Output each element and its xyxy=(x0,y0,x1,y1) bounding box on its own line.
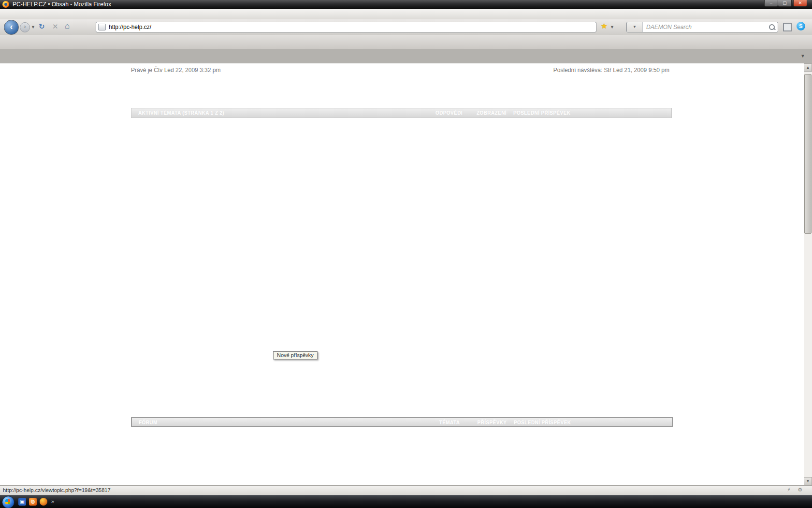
star-dropdown-icon[interactable]: ▼ xyxy=(610,25,614,30)
forums-table-header: FÓRUM TÉMATA PŘÍSPĚVKY POSLEDNÍ PŘÍSPĚVE… xyxy=(132,418,672,426)
browser-content: Právě je Čtv Led 22, 2009 3:32 pm Posled… xyxy=(0,63,804,485)
quicklaunch-browser-icon[interactable]: ◍ xyxy=(29,498,37,506)
quicklaunch-overflow-chevron[interactable]: » xyxy=(51,498,54,504)
scroll-up-icon[interactable]: ▲ xyxy=(804,63,812,72)
new-posts-tooltip: Nové příspěvky xyxy=(273,351,318,359)
url-text[interactable]: http://pc-help.cz/ xyxy=(109,24,151,30)
views-column-header: ZOBRAZENÍ xyxy=(471,110,512,116)
status-bar: http://pc-help.cz/viewtopic.php?f=19&t=3… xyxy=(0,485,812,495)
page-favicon-icon xyxy=(98,24,106,30)
close-button[interactable]: ✕ xyxy=(793,0,807,7)
url-bar[interactable]: http://pc-help.cz/ xyxy=(96,22,596,32)
topics-header-title: AKTIVNÍ TÉMATA (STRÁNKA 1 Z 2) xyxy=(138,110,224,116)
menu-bar xyxy=(0,9,812,20)
firefox-icon xyxy=(2,1,9,8)
quicklaunch-firefox-icon[interactable] xyxy=(40,498,47,506)
show-desktop-icon[interactable]: ▣ xyxy=(18,498,26,506)
window-title: PC-HELP.CZ • Obsah - Mozilla Firefox xyxy=(13,1,111,8)
forums-header-title: FÓRUM xyxy=(139,420,158,425)
bookmarks-toolbar xyxy=(0,35,812,49)
statusbar-script-icon[interactable]: ⚡ xyxy=(787,487,791,493)
navigation-toolbar: ‹ › ▼ ↻ ✕ ⌂ http://pc-help.cz/ ★ ▼ ▼ DAE… xyxy=(0,19,812,35)
minimize-button[interactable]: ‒ xyxy=(764,0,778,7)
history-dropdown-icon[interactable]: ▼ xyxy=(31,25,35,30)
scrollbar-thumb[interactable] xyxy=(804,74,812,234)
home-button[interactable]: ⌂ xyxy=(65,21,70,31)
search-icon[interactable] xyxy=(769,24,775,30)
replies-column-header: ODPOVĚDI xyxy=(427,110,471,116)
bookmark-star-icon[interactable]: ★ xyxy=(601,22,607,30)
forum-topics-column-header: TÉMATA xyxy=(428,420,471,425)
forum-lastpost-column-header: POSLEDNÍ PŘÍSPĚVEK xyxy=(514,420,610,425)
status-link-url: http://pc-help.cz/viewtopic.php?f=19&t=3… xyxy=(3,487,111,493)
topics-table-header: AKTIVNÍ TÉMATA (STRÁNKA 1 Z 2) ODPOVĚDI … xyxy=(131,108,671,118)
active-topics-table: AKTIVNÍ TÉMATA (STRÁNKA 1 Z 2) ODPOVĚDI … xyxy=(131,108,672,118)
windows-icon[interactable] xyxy=(783,23,792,31)
maximize-button[interactable]: ▢ xyxy=(778,0,792,7)
back-button[interactable]: ‹ xyxy=(4,20,19,35)
forums-table: FÓRUM TÉMATA PŘÍSPĚVKY POSLEDNÍ PŘÍSPĚVE… xyxy=(131,417,673,427)
last-visit-text: Poslední návštěva: Stř Led 21, 2009 9:50… xyxy=(553,67,669,74)
forward-button[interactable]: › xyxy=(20,22,30,32)
skype-icon[interactable]: S xyxy=(797,22,805,30)
start-button[interactable] xyxy=(2,496,14,508)
current-time-text: Právě je Čtv Led 22, 2009 3:32 pm xyxy=(131,67,220,74)
forum-posts-column-header: PŘÍSPĚVKY xyxy=(471,420,513,425)
lastpost-column-header: POSLEDNÍ PŘÍSPĚVEK xyxy=(513,110,610,116)
title-bar: PC-HELP.CZ • Obsah - Mozilla Firefox ‒ ▢… xyxy=(0,0,812,9)
search-engine-dropdown[interactable]: ▼ xyxy=(627,22,643,32)
vertical-scrollbar[interactable]: ▲ ▼ xyxy=(804,63,812,485)
statusbar-addon-icon[interactable]: ⚙ xyxy=(798,487,802,493)
scroll-down-icon[interactable]: ▼ xyxy=(804,477,812,485)
tab-bar: ▼ xyxy=(0,49,812,63)
tab-list-dropdown-icon[interactable]: ▼ xyxy=(800,53,805,59)
stop-button[interactable]: ✕ xyxy=(52,22,58,31)
taskbar: ▣ ◍ » xyxy=(0,495,812,508)
reload-button[interactable]: ↻ xyxy=(39,22,45,31)
search-placeholder[interactable]: DAEMON Search xyxy=(646,24,692,30)
windows-flag-icon xyxy=(5,499,10,504)
search-box[interactable]: ▼ DAEMON Search xyxy=(626,22,778,32)
